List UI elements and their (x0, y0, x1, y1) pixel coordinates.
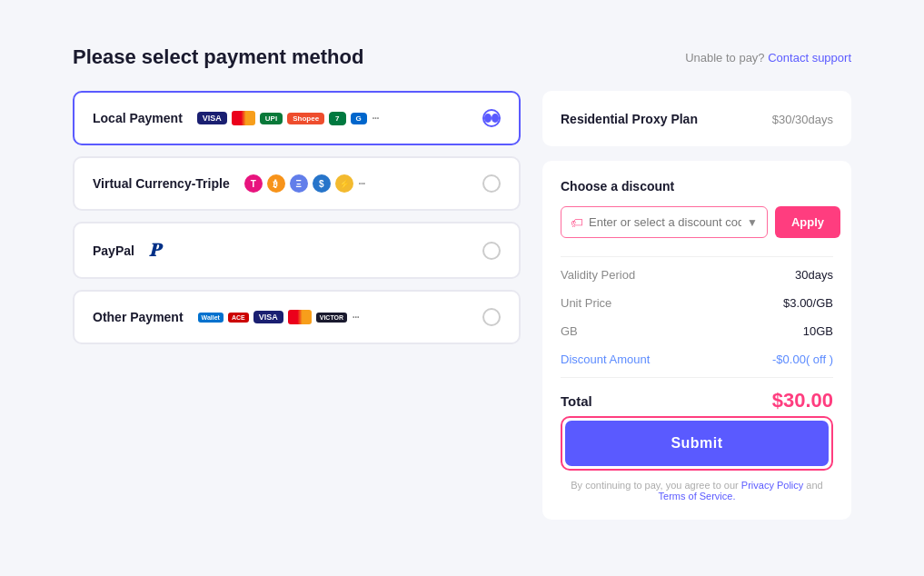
payment-label-other: Other Payment (93, 310, 184, 324)
discount-tag-icon: 🏷 (571, 215, 583, 230)
ace-icon: ACE (228, 313, 249, 323)
validity-label: Validity Period (561, 268, 635, 282)
contact-support-link[interactable]: Contact support (768, 51, 851, 65)
radio-local[interactable] (482, 109, 501, 127)
paypal-icons: 𝐏 (149, 240, 160, 261)
discount-title: Choose a discount (561, 179, 833, 194)
other-mc-icon (288, 310, 312, 324)
payment-option-other-left: Other Payment Wallet ACE VISA VICTOR ··· (93, 309, 358, 325)
local-payment-icons: VISA UPI Shopee 7 G ··· (197, 110, 378, 126)
radio-crypto[interactable] (482, 174, 501, 193)
top-bar: Please select payment method Unable to p… (73, 45, 851, 69)
shopee-icon: Shopee (287, 113, 324, 124)
support-section: Unable to pay? Contact support (685, 49, 851, 65)
wallet-icon: Wallet (198, 313, 224, 323)
payment-option-local[interactable]: Local Payment VISA UPI Shopee 7 G ··· (73, 91, 521, 145)
crypto-more-icon: ··· (358, 175, 364, 192)
payment-label-crypto: Virtual Currency-Triple (93, 176, 230, 191)
submit-button[interactable]: Submit (565, 421, 829, 466)
support-text: Unable to pay? Contact support (685, 51, 851, 65)
total-value: $30.00 (772, 389, 833, 412)
main-content: Local Payment VISA UPI Shopee 7 G ··· (73, 91, 851, 567)
globe-icon: G (351, 113, 367, 124)
discount-amount-value: -$0.00( off ) (772, 353, 833, 366)
visa-icon: VISA (197, 112, 227, 124)
divider-1 (561, 256, 833, 257)
chevron-down-icon[interactable]: ▼ (747, 216, 758, 229)
payment-label-paypal: PayPal (93, 243, 134, 258)
payment-methods-panel: Local Payment VISA UPI Shopee 7 G ··· (73, 91, 521, 567)
unit-price-value: $3.00/GB (783, 296, 833, 310)
radio-other[interactable] (482, 308, 501, 326)
plan-row: Residential Proxy Plan $30/30days (561, 109, 833, 128)
other-visa-icon: VISA (253, 311, 283, 323)
upi-icon: UPI (260, 113, 283, 124)
privacy-policy-link[interactable]: Privacy Policy (741, 480, 803, 491)
page-title: Please select payment method (73, 45, 363, 69)
detail-row-validity: Validity Period 30days (561, 261, 833, 289)
submit-wrapper: Submit (561, 416, 833, 471)
ethereum-icon: Ξ (290, 174, 308, 193)
payment-option-paypal[interactable]: PayPal 𝐏 (73, 222, 521, 279)
plan-name: Residential Proxy Plan (561, 112, 698, 126)
plan-price: $30/30days (772, 109, 833, 128)
detail-row-unit-price: Unit Price $3.00/GB (561, 289, 833, 317)
detail-row-discount: Discount Amount -$0.00( off ) (561, 345, 833, 373)
payment-option-crypto[interactable]: Virtual Currency-Triple T ₿ Ξ $ ⚡ ··· (73, 156, 521, 211)
apply-button[interactable]: Apply (775, 206, 840, 238)
payment-label-local: Local Payment (93, 111, 183, 125)
payment-option-other[interactable]: Other Payment Wallet ACE VISA VICTOR ··· (73, 290, 521, 344)
detail-row-gb: GB 10GB (561, 317, 833, 345)
other-more-icon: ··· (352, 309, 358, 325)
discount-card: Choose a discount 🏷 ▼ Apply Validity Per… (542, 161, 851, 520)
seven-eleven-icon: 7 (329, 112, 345, 125)
validity-value: 30days (795, 268, 833, 282)
payment-option-crypto-left: Virtual Currency-Triple T ₿ Ξ $ ⚡ ··· (93, 174, 364, 193)
discount-input[interactable] (589, 215, 741, 229)
discount-input-wrapper[interactable]: 🏷 ▼ (561, 206, 768, 238)
local-more-icon: ··· (372, 110, 378, 126)
lightning-icon: ⚡ (335, 174, 353, 193)
other-payment-icons: Wallet ACE VISA VICTOR ··· (198, 309, 359, 325)
unit-price-label: Unit Price (561, 296, 611, 310)
terms-of-service-link[interactable]: Terms of Service. (659, 491, 736, 502)
page-container: Please select payment method Unable to p… (18, 18, 906, 576)
radio-paypal[interactable] (482, 242, 501, 260)
tether-icon: T (244, 174, 263, 193)
usdc-icon: $ (313, 174, 331, 193)
gb-value: 10GB (803, 324, 833, 338)
total-label: Total (561, 393, 592, 409)
victor-icon: VICTOR (316, 313, 347, 323)
crypto-payment-icons: T ₿ Ξ $ ⚡ ··· (244, 174, 364, 193)
plan-summary-card: Residential Proxy Plan $30/30days (542, 91, 851, 146)
payment-option-local-left: Local Payment VISA UPI Shopee 7 G ··· (93, 110, 378, 126)
payment-option-paypal-left: PayPal 𝐏 (93, 240, 160, 261)
bitcoin-icon: ₿ (267, 174, 285, 193)
total-row: Total $30.00 (561, 377, 833, 412)
mastercard-icon (232, 111, 255, 125)
submit-btn-outer: Submit (561, 416, 833, 471)
terms-text: By continuing to pay, you agree to our P… (561, 480, 833, 502)
discount-input-row: 🏷 ▼ Apply (561, 206, 833, 238)
gb-label: GB (561, 324, 578, 338)
paypal-icon: 𝐏 (149, 240, 160, 261)
discount-amount-label: Discount Amount (561, 353, 650, 366)
right-panel: Residential Proxy Plan $30/30days Choose… (542, 91, 851, 567)
